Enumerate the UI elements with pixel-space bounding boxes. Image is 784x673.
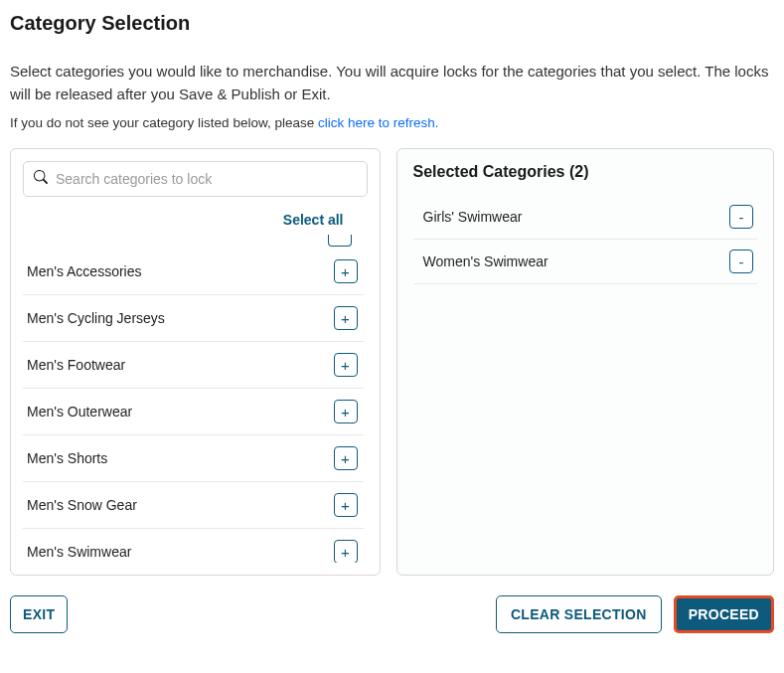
add-button[interactable]: + xyxy=(334,306,358,330)
add-button[interactable]: + xyxy=(334,493,358,517)
list-item: Men's Accessories + xyxy=(23,249,364,295)
page-title: Category Selection xyxy=(10,12,774,35)
selected-list: Girls' Swimwear - Women's Swimwear - xyxy=(413,195,758,284)
exit-button[interactable]: EXIT xyxy=(10,595,68,633)
add-button[interactable]: + xyxy=(334,446,358,470)
selected-label: Women's Swimwear xyxy=(423,253,549,269)
list-item: Girls' Swimwear - xyxy=(413,195,758,240)
selected-title-suffix: ) xyxy=(583,163,588,180)
selected-title: Selected Categories (2) xyxy=(413,163,758,181)
partial-row-button[interactable] xyxy=(328,235,352,247)
selected-label: Girls' Swimwear xyxy=(423,209,523,225)
list-item: Men's Footwear + xyxy=(23,342,364,389)
list-item: Men's Shorts + xyxy=(23,435,364,482)
list-item: Men's Cycling Jerseys + xyxy=(23,295,364,342)
selected-count: 2 xyxy=(574,163,583,180)
category-label: Men's Swimwear xyxy=(27,544,131,560)
remove-button[interactable]: - xyxy=(729,250,753,273)
selected-categories-panel: Selected Categories (2) Girls' Swimwear … xyxy=(396,148,775,576)
category-list[interactable]: Men's Accessories + Men's Cycling Jersey… xyxy=(23,235,368,563)
description-text: Select categories you would like to merc… xyxy=(10,61,774,105)
search-input[interactable] xyxy=(56,171,357,187)
list-item: Men's Snow Gear + xyxy=(23,482,364,529)
list-item: Women's Swimwear - xyxy=(413,240,758,284)
clear-selection-button[interactable]: CLEAR SELECTION xyxy=(496,595,662,633)
selected-title-prefix: Selected Categories ( xyxy=(413,163,575,180)
refresh-link[interactable]: click here to refresh. xyxy=(318,115,439,130)
category-label: Men's Shorts xyxy=(27,450,107,466)
add-button[interactable]: + xyxy=(334,259,358,283)
category-label: Men's Accessories xyxy=(27,263,142,279)
hint-prefix: If you do not see your category listed b… xyxy=(10,115,318,130)
category-label: Men's Snow Gear xyxy=(27,497,137,513)
add-button[interactable]: + xyxy=(334,400,358,423)
available-categories-panel: Select all Men's Accessories + Men's Cyc… xyxy=(10,148,381,576)
add-button[interactable]: + xyxy=(334,353,358,377)
footer: EXIT CLEAR SELECTION PROCEED xyxy=(10,595,774,633)
category-label: Men's Cycling Jerseys xyxy=(27,310,165,326)
list-item: Men's Outerwear + xyxy=(23,389,364,435)
list-item: Men's Swimwear + xyxy=(23,529,364,563)
hint-text: If you do not see your category listed b… xyxy=(10,115,774,130)
select-all-button[interactable]: Select all xyxy=(283,212,344,228)
search-icon xyxy=(34,170,56,188)
remove-button[interactable]: - xyxy=(729,205,753,229)
category-label: Men's Outerwear xyxy=(27,404,132,420)
add-button[interactable]: + xyxy=(334,540,358,563)
search-field-wrap[interactable] xyxy=(23,161,368,197)
category-label: Men's Footwear xyxy=(27,357,125,373)
proceed-button[interactable]: PROCEED xyxy=(674,595,774,633)
